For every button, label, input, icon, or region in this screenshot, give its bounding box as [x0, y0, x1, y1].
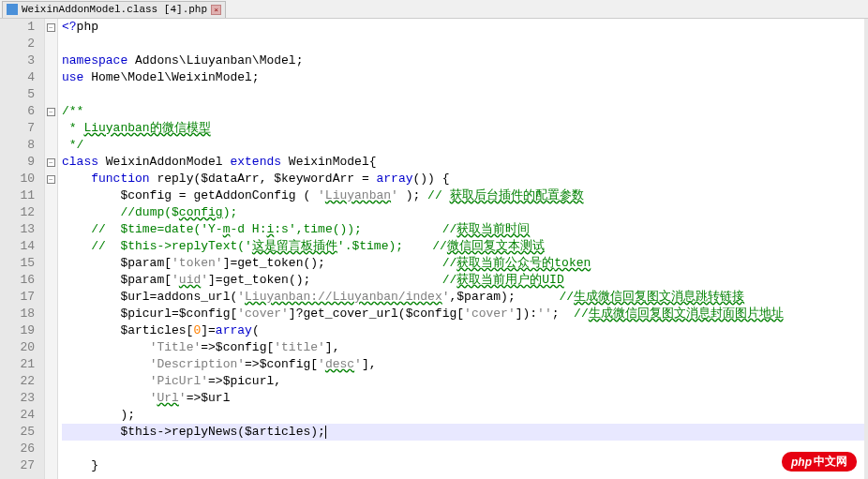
line-number: 7: [0, 120, 35, 137]
fold-cell: [45, 356, 57, 373]
line-number: 16: [0, 272, 35, 289]
line-number: 4: [0, 69, 35, 86]
code-line[interactable]: * Liuyanban的微信模型: [62, 120, 868, 137]
line-number: 5: [0, 86, 35, 103]
fold-cell: [45, 306, 57, 322]
line-number: 27: [0, 457, 35, 474]
line-number: 24: [0, 407, 35, 424]
line-number: 21: [0, 356, 35, 373]
fold-cell: [45, 457, 57, 474]
line-number-gutter: 1234567891011121314151617181920212223242…: [0, 19, 45, 479]
close-icon[interactable]: ×: [211, 5, 221, 15]
file-tab[interactable]: WeixinAddonModel.class [4].php ×: [2, 1, 226, 18]
fold-cell[interactable]: −: [45, 19, 57, 36]
fold-toggle-icon[interactable]: −: [47, 158, 55, 167]
code-line[interactable]: $param['token']=get_token(); //获取当前公众号的t…: [62, 255, 868, 272]
code-line[interactable]: use Home\Model\WeixinModel;: [62, 69, 868, 86]
fold-cell: [45, 373, 57, 390]
line-number: 6: [0, 103, 35, 120]
tab-bar: WeixinAddonModel.class [4].php ×: [0, 0, 868, 19]
code-line[interactable]: [62, 86, 868, 103]
text-cursor: [325, 426, 326, 439]
code-line[interactable]: /**: [62, 103, 868, 120]
line-number: 2: [0, 36, 35, 52]
fold-cell: [45, 36, 57, 52]
fold-toggle-icon[interactable]: −: [47, 23, 55, 32]
code-line[interactable]: [62, 441, 868, 457]
line-number: 23: [0, 390, 35, 407]
code-line[interactable]: function reply($dataArr, $keywordArr = a…: [62, 171, 868, 187]
code-line[interactable]: $config = getAddonConfig ( 'Liuyanban' )…: [62, 187, 868, 204]
fold-cell: [45, 441, 57, 457]
fold-cell: [45, 390, 57, 407]
fold-toggle-icon[interactable]: −: [47, 108, 55, 116]
code-line[interactable]: //dump($config);: [62, 204, 868, 221]
line-number: 3: [0, 52, 35, 69]
fold-cell: [45, 322, 57, 339]
code-line[interactable]: */: [62, 137, 868, 154]
line-number: 20: [0, 339, 35, 356]
code-line[interactable]: $articles[0]=array(: [62, 322, 868, 339]
line-number: 1: [0, 19, 35, 36]
line-number: 13: [0, 221, 35, 238]
fold-cell: [45, 221, 57, 238]
code-area[interactable]: <?phpnamespace Addons\Liuyanban\Model;us…: [58, 19, 868, 479]
fold-cell: [45, 52, 57, 69]
fold-cell: [45, 86, 57, 103]
fold-cell[interactable]: −: [45, 103, 57, 120]
line-number: 9: [0, 154, 35, 171]
code-line[interactable]: // $time=date('Y-m-d H:i:s',time()); //获…: [62, 221, 868, 238]
fold-cell: [45, 137, 57, 154]
code-editor: 1234567891011121314151617181920212223242…: [0, 19, 868, 479]
code-line[interactable]: namespace Addons\Liuyanban\Model;: [62, 52, 868, 69]
fold-column: −−−−: [45, 19, 58, 479]
line-number: 12: [0, 204, 35, 221]
fold-cell: [45, 339, 57, 356]
code-line[interactable]: // $this->replyText('这是留言板插件'.$time); //…: [62, 238, 868, 255]
code-line[interactable]: [62, 36, 868, 52]
fold-cell[interactable]: −: [45, 154, 57, 171]
line-number: 11: [0, 187, 35, 204]
line-number: 25: [0, 424, 35, 441]
code-line[interactable]: $param['uid']=get_token(); //获取当前用户的UID: [62, 272, 868, 289]
code-line[interactable]: $url=addons_url('Liuyanban://Liuyanban/i…: [62, 289, 868, 306]
line-number: 22: [0, 373, 35, 390]
fold-toggle-icon[interactable]: −: [47, 175, 55, 184]
code-line[interactable]: class WeixinAddonModel extends WeixinMod…: [62, 154, 868, 171]
fold-cell: [45, 289, 57, 306]
fold-cell: [45, 424, 57, 441]
watermark-php: php: [791, 456, 812, 469]
line-number: 15: [0, 255, 35, 272]
fold-cell: [45, 69, 57, 86]
line-number: 26: [0, 441, 35, 457]
code-line[interactable]: }: [62, 457, 868, 474]
fold-cell: [45, 238, 57, 255]
code-line[interactable]: 'Title'=>$config['title'],: [62, 339, 868, 356]
line-number: 19: [0, 322, 35, 339]
line-number: 14: [0, 238, 35, 255]
code-line[interactable]: );: [62, 407, 868, 424]
fold-cell: [45, 255, 57, 272]
line-number: 18: [0, 306, 35, 322]
fold-cell: [45, 407, 57, 424]
line-number: 8: [0, 137, 35, 154]
scrollbar-track[interactable]: [864, 19, 868, 479]
fold-cell: [45, 204, 57, 221]
tab-filename: WeixinAddonModel.class [4].php: [22, 4, 207, 15]
file-icon: [7, 4, 18, 15]
watermark-text: 中文网: [814, 454, 847, 470]
fold-cell: [45, 272, 57, 289]
line-number: 10: [0, 171, 35, 187]
watermark-logo: php中文网: [782, 452, 857, 472]
code-line[interactable]: 'PicUrl'=>$picurl,: [62, 373, 868, 390]
fold-cell[interactable]: −: [45, 171, 57, 187]
fold-cell: [45, 187, 57, 204]
line-number: 17: [0, 289, 35, 306]
code-line[interactable]: $this->replyNews($articles);: [62, 424, 868, 441]
code-line[interactable]: 'Url'=>$url: [62, 390, 868, 407]
code-line[interactable]: 'Description'=>$config['desc'],: [62, 356, 868, 373]
code-line[interactable]: <?php: [62, 19, 868, 36]
fold-cell: [45, 120, 57, 137]
code-line[interactable]: $picurl=$config['cover']?get_cover_url($…: [62, 306, 868, 322]
